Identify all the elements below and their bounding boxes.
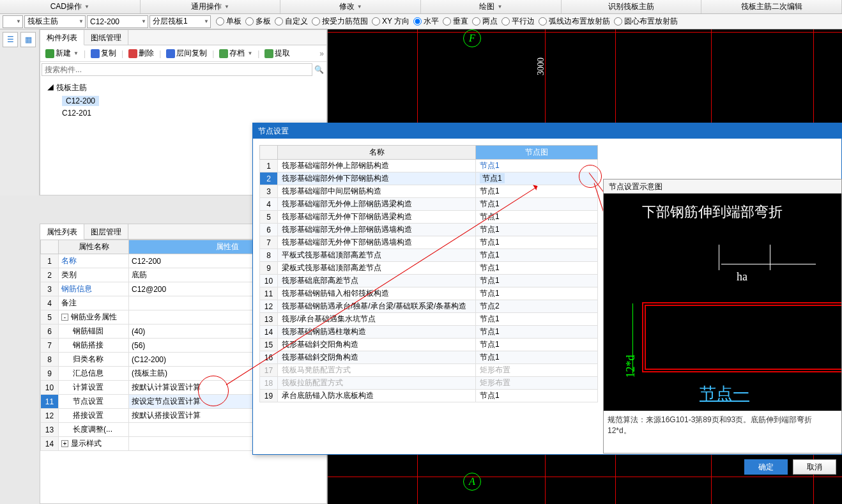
radioradio-1[interactable]: 多板 bbox=[245, 16, 271, 27]
node-row[interactable]: 18筏板拉筋配置方式矩形布置 bbox=[260, 377, 598, 390]
mini-toolbar: ☰ ▦ bbox=[0, 29, 40, 195]
col-prop-name: 属性名称 bbox=[59, 240, 129, 254]
tool-icon bbox=[166, 49, 175, 58]
preview-title: 节点设置示意图 bbox=[604, 179, 841, 194]
node-row[interactable]: 9梁板式筏形基础顶部高差节点节点1 bbox=[260, 262, 598, 275]
preview-canvas: 下部钢筋伸到端部弯折 ha 12*d 节点一 bbox=[604, 194, 841, 411]
tool-icon bbox=[45, 49, 54, 58]
radioradio-3[interactable]: 按受力筋范围 bbox=[312, 16, 368, 27]
dialog-title: 节点设置 bbox=[253, 123, 841, 139]
node-row[interactable]: 13筏形/承台基础遇集水坑节点节点1 bbox=[260, 313, 598, 326]
radioradio-10[interactable]: 圆心布置放射筋 bbox=[614, 16, 678, 27]
menu-secondary-edit[interactable]: 筏板主筋二次编辑 bbox=[701, 0, 842, 13]
tool-3[interactable]: 层间复制 bbox=[164, 47, 210, 60]
search-icon[interactable]: 🔍 bbox=[312, 65, 325, 74]
tool-icon bbox=[128, 49, 137, 58]
menu-draw[interactable]: 绘图▼ bbox=[421, 0, 562, 13]
chevron-down-icon: ▼ bbox=[224, 4, 229, 10]
node-row[interactable]: 17筏板马凳筋配置方式矩形布置 bbox=[260, 364, 598, 377]
col-node-img: 节点图 bbox=[476, 146, 598, 160]
chevron-down-icon: ▼ bbox=[84, 4, 89, 10]
tab-layer-mgmt[interactable]: 图层管理 bbox=[84, 224, 128, 239]
node-row[interactable]: 10筏形基础底部高差节点节点1 bbox=[260, 275, 598, 287]
chevron-down-icon: ▼ bbox=[79, 19, 84, 24]
node-row[interactable]: 14筏形基础钢筋遇柱墩构造节点1 bbox=[260, 326, 598, 339]
menu-general[interactable]: 通用操作▼ bbox=[141, 0, 281, 13]
node-row[interactable]: 19承台底筋锚入防水底板构造节点1 bbox=[260, 390, 598, 402]
tab-property-list[interactable]: 属性列表 bbox=[40, 224, 84, 240]
node-table: 名称节点图 1筏形基础端部外伸上部钢筋构造节点12筏形基础端部外伸下部钢筋构造节… bbox=[259, 145, 598, 402]
combo-component-type[interactable]: 筏板主筋▼ bbox=[24, 15, 86, 28]
tree-root[interactable]: ◢ 筏板主筋 bbox=[47, 81, 320, 95]
radioradio-9[interactable]: 弧线边布置放射筋 bbox=[539, 16, 610, 27]
chevron-down-icon: ▼ bbox=[141, 19, 146, 24]
tool-icon bbox=[91, 49, 100, 58]
node-row[interactable]: 7筏形基础端部无外伸下部钢筋遇墙构造节点1 bbox=[260, 236, 598, 249]
preview-headline: 下部钢筋伸到端部弯折 bbox=[642, 202, 783, 222]
preview-node-label: 节点一 bbox=[700, 383, 749, 405]
dimension-3000: 3000 bbox=[536, 57, 546, 75]
preview-label-12d: 12*d bbox=[624, 355, 638, 378]
radioradio-0[interactable]: 单板 bbox=[216, 16, 241, 27]
radioradio-8[interactable]: 平行边 bbox=[501, 16, 535, 27]
preview-label-ha: ha bbox=[737, 270, 747, 284]
node-row[interactable]: 11筏形基础钢筋锚入相邻筏板构造节点1 bbox=[260, 287, 598, 300]
chevron-down-icon: ▼ bbox=[73, 50, 79, 56]
radioradio-5[interactable]: 水平 bbox=[413, 16, 439, 27]
radioradio-2[interactable]: 自定义 bbox=[275, 16, 308, 27]
list-icon: ☰ bbox=[7, 35, 14, 44]
node-row[interactable]: 4筏形基础端部无外伸上部钢筋遇梁构造节点1 bbox=[260, 198, 598, 211]
view-grid-button[interactable]: ▦ bbox=[20, 32, 36, 47]
node-row[interactable]: 16筏形基础斜交阴角构造节点1 bbox=[260, 351, 598, 364]
option-bar: ▼ 筏板主筋▼ C12-200▼ 分层筏板1▼ 单板多板自定义按受力筋范围XY … bbox=[0, 14, 842, 29]
collapse-icon[interactable]: - bbox=[61, 314, 68, 321]
ok-button[interactable]: 确定 bbox=[744, 459, 788, 475]
tool-5[interactable]: 提取 bbox=[262, 47, 293, 60]
node-row[interactable]: 5筏形基础端部无外伸下部钢筋遇梁构造节点1 bbox=[260, 211, 598, 224]
expand-icon[interactable]: + bbox=[61, 440, 68, 447]
node-row[interactable]: 6筏形基础端部无外伸上部钢筋遇墙构造节点1 bbox=[260, 224, 598, 236]
chevron-down-icon: ▼ bbox=[247, 50, 252, 56]
radioradio-4[interactable]: XY 方向 bbox=[372, 16, 410, 27]
radioradio-6[interactable]: 垂直 bbox=[443, 16, 468, 27]
tree-item-c12-200[interactable]: C12-200 bbox=[47, 95, 320, 107]
node-row[interactable]: 8平板式筏形基础顶部高差节点节点1 bbox=[260, 249, 598, 262]
tool-4[interactable]: 存档▼ bbox=[217, 47, 255, 60]
tree-item-c12-201[interactable]: C12-201 bbox=[47, 107, 320, 119]
search-input[interactable] bbox=[42, 63, 312, 76]
axis-mark-a: A bbox=[463, 473, 481, 491]
node-row[interactable]: 12筏形基础钢筋遇承台/独基/承台梁/基础联系梁/条基构造节点2 bbox=[260, 300, 598, 313]
radioradio-7[interactable]: 两点 bbox=[472, 16, 498, 27]
node-row[interactable]: 1筏形基础端部外伸上部钢筋构造节点1 bbox=[260, 160, 598, 172]
chevron-down-icon: ▼ bbox=[16, 19, 21, 24]
node-row[interactable]: 3筏形基础端部中间层钢筋构造节点1 bbox=[260, 185, 598, 198]
chevron-down-icon: ▼ bbox=[357, 4, 362, 10]
grid-icon: ▦ bbox=[25, 35, 32, 44]
tab-drawing-mgmt[interactable]: 图纸管理 bbox=[84, 30, 128, 45]
node-row[interactable]: 2筏形基础端部外伸下部钢筋构造节点1 bbox=[260, 172, 598, 185]
cancel-button[interactable]: 取消 bbox=[793, 459, 836, 475]
combo-layer[interactable]: 分层筏板1▼ bbox=[149, 15, 211, 28]
preview-caption: 规范算法：来源16G101-3第89页和93页。底筋伸到端部弯折 12*d。 bbox=[604, 411, 841, 440]
node-preview-panel: 节点设置示意图 下部钢筋伸到端部弯折 ha 12*d 节点一 规范算法：来源16… bbox=[603, 179, 842, 454]
node-row[interactable]: 15筏形基础斜交阳角构造节点1 bbox=[260, 339, 598, 351]
combo-spec[interactable]: C12-200▼ bbox=[87, 15, 148, 28]
overflow-icon[interactable]: » bbox=[319, 49, 324, 58]
menu-recognize[interactable]: 识别筏板主筋 bbox=[562, 0, 702, 13]
tool-icon bbox=[264, 49, 273, 58]
tool-1[interactable]: 复制 bbox=[88, 47, 119, 60]
menu-modify[interactable]: 修改▼ bbox=[280, 0, 421, 13]
col-node-name: 名称 bbox=[278, 146, 476, 160]
chevron-down-icon: ▼ bbox=[497, 4, 502, 10]
combo-blank[interactable]: ▼ bbox=[3, 15, 23, 28]
tab-component-list[interactable]: 构件列表 bbox=[40, 30, 84, 45]
axis-mark-f: F bbox=[463, 29, 481, 47]
chevron-down-icon: ▼ bbox=[204, 19, 209, 24]
tool-icon bbox=[219, 49, 228, 58]
tool-2[interactable]: 删除 bbox=[126, 47, 157, 60]
collapse-icon: ◢ bbox=[47, 83, 54, 92]
view-list-button[interactable]: ☰ bbox=[3, 32, 18, 47]
menubar: CAD操作▼ 通用操作▼ 修改▼ 绘图▼ 识别筏板主筋 筏板主筋二次编辑 bbox=[0, 0, 842, 14]
tool-0[interactable]: 新建▼ bbox=[43, 47, 81, 60]
menu-cad[interactable]: CAD操作▼ bbox=[0, 0, 141, 13]
